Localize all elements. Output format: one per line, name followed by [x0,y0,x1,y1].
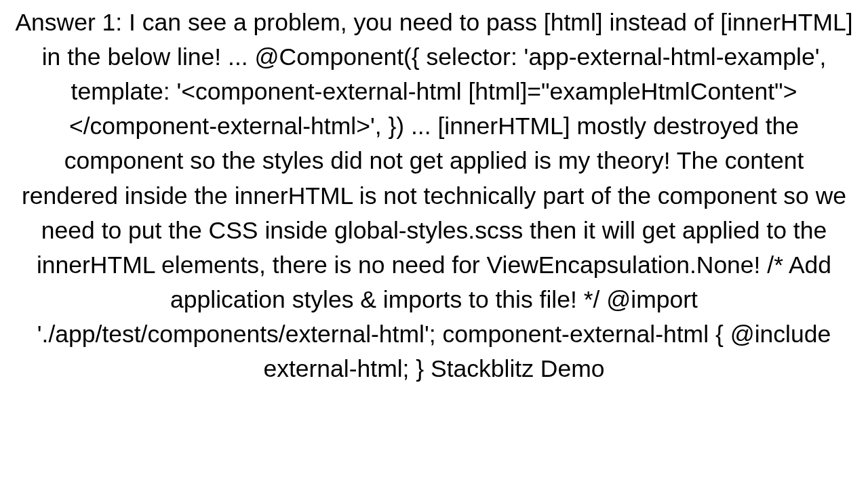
answer-text: Answer 1: I can see a problem, you need … [14,5,854,386]
document-content: Answer 1: I can see a problem, you need … [0,0,868,488]
